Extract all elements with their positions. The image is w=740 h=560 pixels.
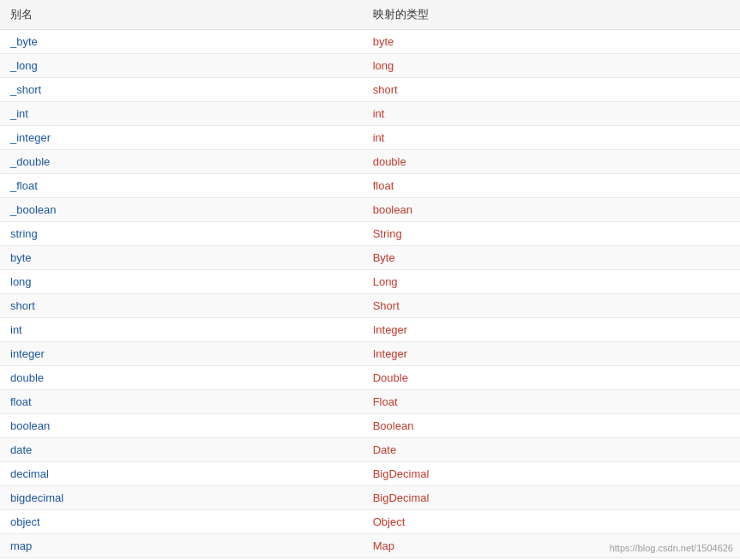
table-row: _booleanboolean [0,198,740,222]
cell-alias: object [0,510,363,534]
table-row: bigdecimalBigDecimal [0,486,740,510]
cell-alias: double [0,366,363,390]
table-row: _intint [0,102,740,126]
type-mapping-table: 别名 映射的类型 _bytebyte_longlong_shortshort_i… [0,0,740,560]
cell-type: String [363,222,740,246]
cell-type: int [363,102,740,126]
cell-type: int [363,126,740,150]
cell-type: Long [363,270,740,294]
table-row: doubleDouble [0,366,740,390]
cell-type: Integer [363,318,740,342]
cell-alias: short [0,294,363,318]
table-row: intInteger [0,318,740,342]
cell-type: Byte [363,246,740,270]
cell-alias: long [0,270,363,294]
header-alias: 别名 [0,0,363,30]
cell-alias: byte [0,246,363,270]
cell-alias: _float [0,174,363,198]
cell-alias: bigdecimal [0,486,363,510]
table-row: shortShort [0,294,740,318]
cell-alias: map [0,534,363,558]
cell-alias: decimal [0,462,363,486]
table-row: longLong [0,270,740,294]
cell-alias: boolean [0,414,363,438]
table-row: _bytebyte [0,30,740,54]
table-row: objectObject [0,510,740,534]
cell-type: BigDecimal [363,486,740,510]
cell-type: Double [363,366,740,390]
cell-type: Short [363,294,740,318]
table-row: _longlong [0,54,740,78]
cell-alias: int [0,318,363,342]
cell-type: short [363,78,740,102]
cell-type: Date [363,438,740,462]
cell-type: Float [363,390,740,414]
table-row: _shortshort [0,78,740,102]
cell-type: long [363,54,740,78]
cell-type: Object [363,510,740,534]
cell-alias: _byte [0,30,363,54]
table-row: byteByte [0,246,740,270]
cell-alias: _short [0,78,363,102]
cell-alias: _boolean [0,198,363,222]
cell-alias: float [0,390,363,414]
cell-alias: _double [0,150,363,174]
cell-type: byte [363,30,740,54]
cell-alias: _int [0,102,363,126]
cell-type: Boolean [363,414,740,438]
cell-type: Integer [363,342,740,366]
table-row: stringString [0,222,740,246]
header-type: 映射的类型 [363,0,740,30]
cell-alias: _integer [0,126,363,150]
cell-alias: date [0,438,363,462]
table-row: _integerint [0,126,740,150]
table-row: decimalBigDecimal [0,462,740,486]
table-header-row: 别名 映射的类型 [0,0,740,30]
cell-type: float [363,174,740,198]
cell-type: double [363,150,740,174]
cell-type: BigDecimal [363,462,740,486]
cell-alias: string [0,222,363,246]
cell-alias: integer [0,342,363,366]
table-row: dateDate [0,438,740,462]
table-row: _doubledouble [0,150,740,174]
table-row: _floatfloat [0,174,740,198]
cell-type: boolean [363,198,740,222]
table-row: integerInteger [0,342,740,366]
table-row: floatFloat [0,390,740,414]
cell-alias: _long [0,54,363,78]
table-row: booleanBoolean [0,414,740,438]
watermark: https://blog.csdn.net/1504626 [610,543,733,553]
